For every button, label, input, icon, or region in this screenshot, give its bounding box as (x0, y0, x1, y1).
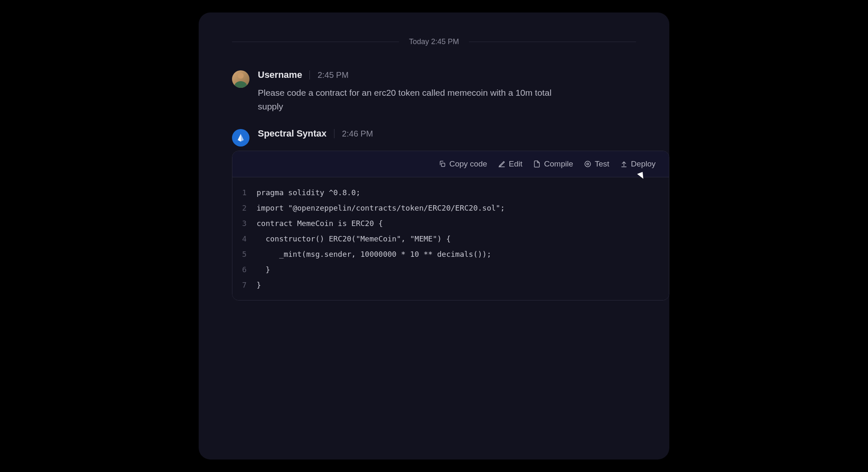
message-header: Username 2:45 PM (258, 70, 636, 80)
line-content: contract MemeCoin is ERC20 { (257, 219, 383, 228)
line-content: _mint(msg.sender, 10000000 * 10 ** decim… (257, 250, 491, 258)
code-line: 3 contract MemeCoin is ERC20 { (232, 216, 669, 231)
edit-icon (498, 160, 506, 168)
code-line: 1 pragma solidity ^0.8.0; (232, 185, 669, 200)
code-body[interactable]: 1 pragma solidity ^0.8.0; 2 import "@ope… (232, 177, 669, 300)
prism-icon (236, 133, 245, 142)
line-number: 3 (232, 219, 257, 228)
message-header: Spectral Syntax 2:46 PM (258, 128, 636, 139)
copy-code-label: Copy code (449, 159, 487, 169)
copy-code-button[interactable]: Copy code (439, 159, 487, 169)
line-number: 1 (232, 188, 257, 197)
line-content: import "@openzeppelin/contracts/token/ER… (257, 204, 505, 212)
user-avatar[interactable] (232, 70, 249, 88)
line-number: 7 (232, 281, 257, 289)
code-line: 2 import "@openzeppelin/contracts/token/… (232, 200, 669, 216)
compile-button[interactable]: Compile (533, 159, 573, 169)
svg-point-2 (587, 163, 589, 165)
svg-point-1 (585, 161, 591, 167)
line-content: constructor() ERC20("MemeCoin", "MEME") … (257, 234, 451, 243)
edit-label: Edit (509, 159, 523, 169)
copy-icon (439, 160, 446, 168)
code-toolbar: Copy code Edit Compi (232, 151, 669, 177)
message-content: Spectral Syntax 2:46 PM Copy code (258, 128, 636, 301)
code-line: 6 } (232, 262, 669, 277)
header-separator (334, 129, 334, 138)
svg-rect-0 (441, 163, 444, 166)
line-content: } (257, 281, 261, 289)
divider-line (232, 42, 399, 42)
test-icon (584, 160, 591, 168)
test-label: Test (595, 159, 609, 169)
code-line: 7 } (232, 277, 669, 293)
line-content: } (257, 265, 270, 274)
user-message: Username 2:45 PM Please code a contract … (232, 70, 636, 113)
line-number: 2 (232, 204, 257, 212)
deploy-button[interactable]: Deploy (620, 159, 656, 169)
message-content: Username 2:45 PM Please code a contract … (258, 70, 636, 113)
line-number: 6 (232, 265, 257, 274)
edit-button[interactable]: Edit (498, 159, 523, 169)
line-content: pragma solidity ^0.8.0; (257, 188, 360, 197)
code-line: 5 _mint(msg.sender, 10000000 * 10 ** dec… (232, 246, 669, 262)
divider-text: Today 2:45 PM (409, 37, 459, 46)
code-block: Copy code Edit Compi (232, 151, 669, 301)
code-line: 4 constructor() ERC20("MemeCoin", "MEME"… (232, 231, 669, 246)
compile-label: Compile (544, 159, 573, 169)
header-separator (309, 70, 310, 79)
line-number: 4 (232, 234, 257, 243)
message-time: 2:46 PM (342, 129, 373, 139)
line-number: 5 (232, 250, 257, 258)
deploy-label: Deploy (631, 159, 656, 169)
divider-line (469, 42, 636, 42)
message-text: Please code a contract for an erc20 toke… (258, 86, 558, 113)
message-author: Spectral Syntax (258, 128, 327, 139)
date-divider: Today 2:45 PM (232, 37, 636, 46)
message-author: Username (258, 70, 302, 80)
chat-panel: Today 2:45 PM Username 2:45 PM Please co… (199, 12, 669, 460)
deploy-icon (620, 160, 628, 168)
bot-avatar[interactable] (232, 129, 249, 147)
compile-icon (533, 160, 541, 168)
message-time: 2:45 PM (317, 70, 348, 80)
test-button[interactable]: Test (584, 159, 609, 169)
bot-message: Spectral Syntax 2:46 PM Copy code (232, 128, 636, 301)
